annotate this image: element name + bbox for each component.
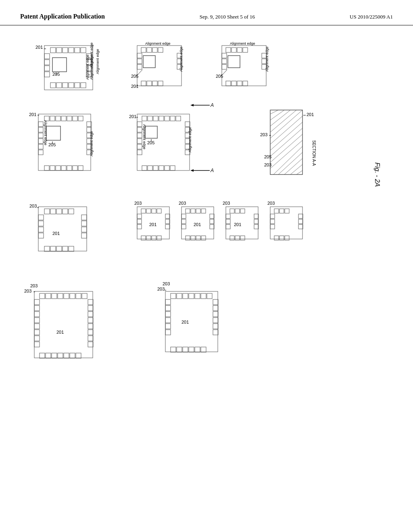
svg-text:205: 205 [131, 74, 138, 79]
svg-rect-235 [230, 236, 234, 240]
svg-text:205: 205 [147, 140, 154, 145]
svg-rect-218 [210, 224, 214, 229]
svg-rect-173 [63, 209, 68, 214]
svg-rect-111 [148, 116, 152, 121]
svg-rect-254 [34, 291, 93, 358]
svg-rect-121 [137, 144, 142, 149]
svg-rect-58 [222, 59, 227, 64]
svg-text:201: 201 [129, 114, 136, 119]
svg-rect-297 [207, 293, 212, 299]
svg-rect-135 [145, 126, 157, 138]
svg-rect-98 [61, 166, 66, 170]
svg-rect-87 [38, 144, 43, 149]
svg-rect-275 [88, 324, 93, 329]
svg-rect-267 [34, 324, 40, 329]
svg-rect-237 [240, 236, 245, 240]
svg-rect-222 [201, 236, 206, 240]
svg-text:201: 201 [149, 222, 156, 227]
svg-line-149 [270, 110, 296, 132]
svg-rect-205 [157, 236, 161, 240]
svg-text:Fig. - 2A: Fig. - 2A [374, 162, 381, 187]
svg-rect-77 [50, 116, 55, 121]
svg-rect-6 [81, 48, 86, 53]
svg-rect-186 [63, 246, 68, 251]
svg-rect-194 [152, 209, 156, 213]
svg-rect-210 [191, 209, 195, 213]
svg-rect-291 [171, 293, 176, 299]
svg-rect-95 [44, 166, 49, 170]
svg-rect-176 [38, 221, 44, 226]
svg-text:203: 203 [29, 204, 37, 208]
svg-rect-220 [191, 236, 195, 240]
svg-rect-264 [34, 305, 40, 311]
svg-rect-180 [81, 221, 87, 226]
svg-rect-9 [44, 66, 50, 71]
svg-line-154 [270, 134, 302, 162]
svg-rect-102 [46, 126, 60, 140]
svg-rect-245 [298, 214, 303, 218]
svg-rect-299 [165, 305, 171, 311]
patent-drawings: Alignment edge Alignment edge 201 205 Al… [12, 33, 395, 517]
svg-rect-45 [143, 56, 155, 68]
svg-rect-285 [76, 353, 81, 358]
svg-rect-183 [44, 246, 50, 251]
svg-rect-242 [280, 209, 284, 213]
svg-rect-54 [232, 48, 236, 52]
svg-rect-252 [285, 236, 289, 240]
svg-text:201: 201 [52, 231, 60, 236]
svg-rect-202 [141, 236, 146, 240]
svg-rect-17 [63, 83, 68, 88]
svg-rect-211 [196, 209, 200, 213]
svg-rect-10 [44, 72, 50, 77]
svg-rect-85 [38, 133, 43, 138]
svg-text:201: 201 [234, 222, 241, 227]
svg-rect-36 [137, 59, 142, 64]
svg-rect-240 [270, 207, 302, 239]
svg-text:203: 203 [30, 283, 38, 288]
svg-rect-63 [226, 81, 231, 86]
svg-line-147 [270, 110, 284, 120]
svg-line-153 [270, 128, 302, 156]
svg-rect-269 [34, 336, 40, 341]
svg-rect-284 [70, 353, 75, 358]
svg-text:205: 205 [48, 142, 56, 147]
svg-rect-225 [226, 207, 258, 239]
publication-title: Patent Application Publication [20, 12, 105, 21]
svg-rect-88 [38, 150, 43, 155]
svg-rect-307 [213, 318, 218, 323]
svg-rect-118 [137, 127, 142, 132]
svg-rect-197 [165, 214, 170, 218]
svg-rect-259 [64, 293, 69, 299]
svg-rect-265 [34, 312, 40, 317]
svg-rect-270 [34, 342, 40, 347]
svg-rect-303 [165, 330, 171, 335]
svg-rect-215 [181, 219, 186, 224]
svg-rect-32 [147, 48, 152, 52]
svg-line-69 [221, 70, 227, 77]
svg-text:203: 203 [264, 162, 271, 167]
svg-text:203: 203 [24, 289, 31, 293]
svg-text:201: 201 [307, 112, 314, 117]
svg-rect-82 [78, 116, 83, 121]
svg-text:203: 203 [179, 201, 186, 206]
svg-rect-249 [298, 224, 303, 229]
svg-rect-81 [73, 116, 77, 121]
svg-rect-8 [44, 60, 50, 65]
svg-rect-278 [88, 342, 93, 347]
svg-rect-116 [176, 116, 181, 121]
svg-rect-274 [88, 318, 93, 323]
svg-rect-7 [44, 54, 50, 59]
svg-rect-294 [189, 293, 194, 299]
svg-rect-308 [213, 324, 218, 329]
svg-rect-187 [69, 246, 74, 251]
svg-rect-295 [195, 293, 200, 299]
svg-rect-216 [210, 219, 214, 224]
svg-rect-110 [142, 116, 147, 121]
svg-rect-241 [274, 209, 279, 213]
svg-rect-293 [183, 293, 188, 299]
svg-line-150 [270, 110, 302, 138]
svg-rect-41 [141, 81, 146, 86]
svg-rect-227 [235, 209, 240, 213]
svg-rect-184 [50, 246, 56, 251]
svg-text:A: A [210, 168, 214, 173]
